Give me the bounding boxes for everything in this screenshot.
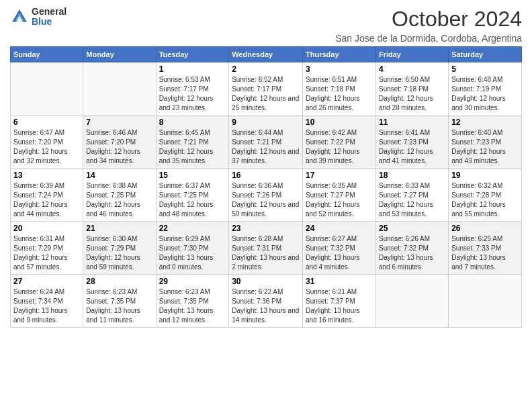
table-row: 8Sunrise: 6:45 AMSunset: 7:21 PMDaylight… <box>156 116 229 169</box>
day-number: 16 <box>232 171 300 180</box>
day-info: Sunrise: 6:50 AMSunset: 7:18 PMDaylight:… <box>379 75 445 113</box>
day-info: Sunrise: 6:24 AMSunset: 7:34 PMDaylight:… <box>13 287 80 325</box>
table-row: 1Sunrise: 6:53 AMSunset: 7:17 PMDaylight… <box>156 62 229 116</box>
day-number: 3 <box>306 64 373 74</box>
table-row: 4Sunrise: 6:50 AMSunset: 7:18 PMDaylight… <box>375 62 448 116</box>
calendar-header-row: Sunday Monday Tuesday Wednesday Thursday… <box>11 47 522 62</box>
header-sunday: Sunday <box>11 47 83 62</box>
day-info: Sunrise: 6:23 AMSunset: 7:35 PMDaylight:… <box>86 287 152 325</box>
table-row: 31Sunrise: 6:21 AMSunset: 7:37 PMDayligh… <box>303 275 376 328</box>
day-info: Sunrise: 6:29 AMSunset: 7:30 PMDaylight:… <box>159 234 226 272</box>
page: General Blue October 2024 San Jose de la… <box>0 0 532 411</box>
table-row: 25Sunrise: 6:26 AMSunset: 7:32 PMDayligh… <box>375 222 448 275</box>
day-info: Sunrise: 6:40 AMSunset: 7:23 PMDaylight:… <box>451 128 519 166</box>
header-monday: Monday <box>83 47 156 62</box>
day-info: Sunrise: 6:32 AMSunset: 7:28 PMDaylight:… <box>451 181 519 219</box>
day-info: Sunrise: 6:27 AMSunset: 7:32 PMDaylight:… <box>306 234 373 272</box>
day-number: 20 <box>13 224 80 233</box>
table-row <box>375 275 448 328</box>
table-row: 22Sunrise: 6:29 AMSunset: 7:30 PMDayligh… <box>156 222 229 275</box>
day-info: Sunrise: 6:28 AMSunset: 7:31 PMDaylight:… <box>232 234 300 272</box>
day-info: Sunrise: 6:51 AMSunset: 7:18 PMDaylight:… <box>306 75 373 113</box>
day-info: Sunrise: 6:39 AMSunset: 7:24 PMDaylight:… <box>13 181 80 219</box>
day-number: 13 <box>13 171 80 180</box>
day-number: 30 <box>232 277 300 286</box>
calendar-week-row: 27Sunrise: 6:24 AMSunset: 7:34 PMDayligh… <box>11 275 522 328</box>
table-row: 21Sunrise: 6:30 AMSunset: 7:29 PMDayligh… <box>83 222 156 275</box>
day-number: 28 <box>86 277 152 286</box>
day-info: Sunrise: 6:36 AMSunset: 7:26 PMDaylight:… <box>232 181 300 219</box>
day-info: Sunrise: 6:37 AMSunset: 7:25 PMDaylight:… <box>159 181 226 219</box>
day-info: Sunrise: 6:38 AMSunset: 7:25 PMDaylight:… <box>86 181 152 219</box>
calendar-week-row: 1Sunrise: 6:53 AMSunset: 7:17 PMDaylight… <box>11 62 522 116</box>
day-number: 17 <box>306 171 373 180</box>
table-row: 12Sunrise: 6:40 AMSunset: 7:23 PMDayligh… <box>449 116 522 169</box>
day-number: 18 <box>379 171 445 180</box>
location: San Jose de la Dormida, Cordoba, Argenti… <box>335 33 522 44</box>
day-info: Sunrise: 6:22 AMSunset: 7:36 PMDaylight:… <box>232 287 300 325</box>
day-info: Sunrise: 6:47 AMSunset: 7:20 PMDaylight:… <box>13 128 80 166</box>
day-number: 7 <box>86 118 152 127</box>
table-row: 15Sunrise: 6:37 AMSunset: 7:25 PMDayligh… <box>156 169 229 222</box>
day-info: Sunrise: 6:25 AMSunset: 7:33 PMDaylight:… <box>451 234 519 272</box>
table-row <box>83 62 156 116</box>
day-info: Sunrise: 6:21 AMSunset: 7:37 PMDaylight:… <box>306 287 373 325</box>
table-row: 30Sunrise: 6:22 AMSunset: 7:36 PMDayligh… <box>229 275 303 328</box>
day-number: 10 <box>306 118 373 127</box>
day-number: 12 <box>451 118 519 127</box>
logo-icon <box>10 7 29 26</box>
table-row: 17Sunrise: 6:35 AMSunset: 7:27 PMDayligh… <box>303 169 376 222</box>
table-row: 29Sunrise: 6:23 AMSunset: 7:35 PMDayligh… <box>156 275 229 328</box>
day-number: 24 <box>306 224 373 233</box>
day-info: Sunrise: 6:35 AMSunset: 7:27 PMDaylight:… <box>306 181 373 219</box>
day-info: Sunrise: 6:42 AMSunset: 7:22 PMDaylight:… <box>306 128 373 166</box>
day-number: 6 <box>13 118 80 127</box>
day-info: Sunrise: 6:45 AMSunset: 7:21 PMDaylight:… <box>159 128 226 166</box>
table-row: 13Sunrise: 6:39 AMSunset: 7:24 PMDayligh… <box>11 169 83 222</box>
table-row: 11Sunrise: 6:41 AMSunset: 7:23 PMDayligh… <box>375 116 448 169</box>
day-number: 27 <box>13 277 80 286</box>
table-row: 20Sunrise: 6:31 AMSunset: 7:29 PMDayligh… <box>11 222 83 275</box>
calendar-week-row: 13Sunrise: 6:39 AMSunset: 7:24 PMDayligh… <box>11 169 522 222</box>
logo: General Blue <box>10 7 66 28</box>
header-wednesday: Wednesday <box>229 47 303 62</box>
table-row <box>449 275 522 328</box>
logo-text: General Blue <box>32 7 66 28</box>
day-number: 4 <box>379 64 445 74</box>
day-info: Sunrise: 6:46 AMSunset: 7:20 PMDaylight:… <box>86 128 152 166</box>
day-info: Sunrise: 6:52 AMSunset: 7:17 PMDaylight:… <box>232 75 300 113</box>
header-thursday: Thursday <box>303 47 376 62</box>
table-row: 7Sunrise: 6:46 AMSunset: 7:20 PMDaylight… <box>83 116 156 169</box>
month-title: October 2024 <box>335 7 522 32</box>
day-info: Sunrise: 6:44 AMSunset: 7:21 PMDaylight:… <box>232 128 300 166</box>
day-number: 5 <box>451 64 519 74</box>
header-saturday: Saturday <box>449 47 522 62</box>
logo-general-text: General <box>32 7 66 17</box>
table-row: 3Sunrise: 6:51 AMSunset: 7:18 PMDaylight… <box>303 62 376 116</box>
day-number: 9 <box>232 118 300 127</box>
day-number: 23 <box>232 224 300 233</box>
day-number: 19 <box>451 171 519 180</box>
table-row: 5Sunrise: 6:48 AMSunset: 7:19 PMDaylight… <box>449 62 522 116</box>
table-row: 27Sunrise: 6:24 AMSunset: 7:34 PMDayligh… <box>11 275 83 328</box>
table-row: 9Sunrise: 6:44 AMSunset: 7:21 PMDaylight… <box>229 116 303 169</box>
table-row: 16Sunrise: 6:36 AMSunset: 7:26 PMDayligh… <box>229 169 303 222</box>
day-info: Sunrise: 6:31 AMSunset: 7:29 PMDaylight:… <box>13 234 80 272</box>
day-info: Sunrise: 6:48 AMSunset: 7:19 PMDaylight:… <box>451 75 519 113</box>
day-info: Sunrise: 6:26 AMSunset: 7:32 PMDaylight:… <box>379 234 445 272</box>
day-number: 11 <box>379 118 445 127</box>
header: General Blue October 2024 San Jose de la… <box>10 7 522 44</box>
day-info: Sunrise: 6:53 AMSunset: 7:17 PMDaylight:… <box>159 75 226 113</box>
calendar-week-row: 20Sunrise: 6:31 AMSunset: 7:29 PMDayligh… <box>11 222 522 275</box>
table-row <box>11 62 83 116</box>
day-number: 15 <box>159 171 226 180</box>
day-number: 1 <box>159 64 226 74</box>
day-info: Sunrise: 6:41 AMSunset: 7:23 PMDaylight:… <box>379 128 445 166</box>
table-row: 18Sunrise: 6:33 AMSunset: 7:27 PMDayligh… <box>375 169 448 222</box>
logo-blue-text: Blue <box>32 17 66 27</box>
day-info: Sunrise: 6:30 AMSunset: 7:29 PMDaylight:… <box>86 234 152 272</box>
table-row: 23Sunrise: 6:28 AMSunset: 7:31 PMDayligh… <box>229 222 303 275</box>
day-number: 2 <box>232 64 300 74</box>
table-row: 10Sunrise: 6:42 AMSunset: 7:22 PMDayligh… <box>303 116 376 169</box>
calendar-table: Sunday Monday Tuesday Wednesday Thursday… <box>10 46 522 328</box>
